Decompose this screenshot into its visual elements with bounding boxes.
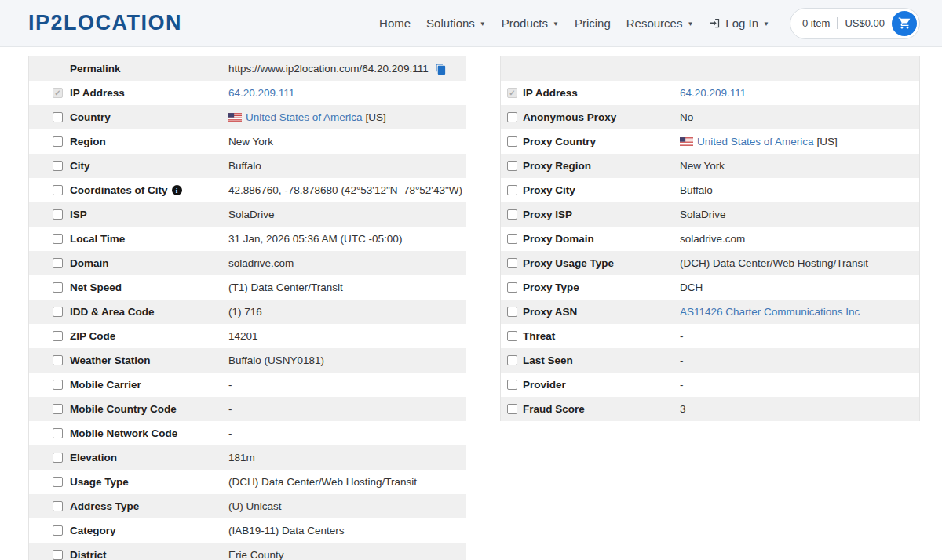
row-checkbox[interactable] [507,209,517,220]
row-value: Buffalo (USNY0181) [228,355,324,366]
row-label: Region [70,136,106,147]
table-row-anonymous-proxy: Anonymous ProxyNo [501,105,919,129]
row-checkbox[interactable] [507,331,517,341]
country-link[interactable]: United States of America [697,136,814,147]
row-checkbox[interactable] [507,112,517,122]
row-checkbox-cell [29,307,70,317]
row-checkbox[interactable] [507,355,517,365]
row-value: New York [228,136,273,147]
row-checkbox[interactable] [53,136,63,147]
row-value-cell: (1) 716 [228,306,466,318]
row-value-cell: (T1) Data Center/Transit [228,282,466,293]
row-label-cell: Proxy Region [523,160,680,172]
nav-item-home[interactable]: Home [371,10,418,36]
row-label: Usage Type [70,476,129,488]
row-checkbox[interactable] [507,136,517,147]
row-checkbox[interactable] [53,258,63,268]
row-checkbox[interactable] [507,404,517,414]
ip2location-logo[interactable]: IP2LOCATION [28,11,182,35]
table-row-proxy-isp: Proxy ISPSolaDrive [501,202,919,227]
row-value-cell: - [228,427,466,439]
row-value-cell: Erie County [228,549,466,560]
nav-item-pricing[interactable]: Pricing [567,10,619,36]
row-label: Weather Station [70,355,151,366]
row-checkbox[interactable] [507,307,517,317]
row-checkbox-cell [29,355,70,365]
row-label: Proxy Usage Type [523,257,614,269]
row-value: Erie County [228,549,284,560]
chevron-down-icon: ▼ [480,20,486,27]
row-checkbox[interactable] [53,355,63,365]
row-checkbox[interactable] [53,234,63,244]
row-checkbox[interactable] [53,453,63,463]
nav-item-solutions[interactable]: Solutions▼ [418,10,494,36]
row-label: Fraud Score [523,403,585,415]
row-checkbox-cell [501,380,523,390]
cart-icon[interactable] [892,11,917,36]
row-checkbox[interactable] [53,331,63,341]
row-label-cell: Anonymous Proxy [523,111,680,123]
row-value-cell: No [680,111,919,123]
row-checkbox[interactable] [53,404,63,414]
row-checkbox[interactable] [507,185,517,195]
row-checkbox[interactable] [53,282,63,293]
row-checkbox[interactable] [507,161,517,171]
row-label: Proxy City [523,184,575,196]
row-label-cell: Address Type [70,500,228,512]
info-icon[interactable]: i [172,185,182,195]
row-label: City [70,160,90,172]
row-label-cell: Provider [523,379,680,391]
row-checkbox[interactable] [53,185,63,195]
row-value: 3 [680,403,686,415]
cart-amount: US$0.00 [845,17,885,29]
country-link[interactable]: United States of America [246,111,363,123]
table-row-country: CountryUnited States of America[US] [29,105,466,129]
row-checkbox-cell [29,331,70,341]
row-checkbox[interactable] [507,258,517,268]
row-label-cell: Category [70,525,228,536]
row-checkbox[interactable] [507,380,517,390]
nav-item-products[interactable]: Products▼ [494,10,567,36]
row-checkbox-cell [29,185,70,195]
row-value-cell: 3 [680,403,919,415]
row-value: 42.886760, -78.878680 (42°53'12"N 78°52'… [228,184,462,196]
row-checkbox[interactable] [53,161,63,171]
row-checkbox-cell [29,209,70,220]
row-value-cell: United States of America[US] [680,136,919,147]
row-checkbox[interactable] [53,307,63,317]
table-row-proxy-type: Proxy TypeDCH [501,275,919,300]
row-value: - [228,403,232,415]
chevron-down-icon: ▼ [687,20,693,27]
table-row-city: CityBuffalo [29,154,466,178]
row-checkbox[interactable] [53,550,63,560]
row-value: (DCH) Data Center/Web Hosting/Transit [228,476,417,488]
row-value: - [680,355,684,366]
row-value-cell: (IAB19-11) Data Centers [228,525,466,536]
row-value-cell: - [680,330,919,342]
cart-button[interactable]: 0 item US$0.00 [790,8,920,39]
row-checkbox[interactable] [53,380,63,390]
row-checkbox[interactable] [53,209,63,220]
row-checkbox-cell [501,136,523,147]
row-value-link[interactable]: 64.20.209.111 [680,87,746,99]
table-row-proxy-region: Proxy RegionNew York [501,154,919,178]
table-row-last-seen: Last Seen- [501,348,919,373]
row-value-cell: - [680,355,919,366]
row-label: Proxy Region [523,160,591,172]
row-checkbox[interactable] [53,525,63,536]
nav-item-resources[interactable]: Resources▼ [619,10,702,36]
row-checkbox[interactable] [53,501,63,511]
copy-icon[interactable] [435,63,447,75]
row-checkbox[interactable] [507,282,517,293]
row-label-cell: Local Time [70,233,228,245]
table-row-permalink: Permalinkhttps://www.ip2location.com/64.… [29,56,466,81]
row-value-link[interactable]: 64.20.209.111 [228,87,294,99]
row-checkbox[interactable] [53,477,63,487]
nav-item-log-in[interactable]: Log In▼ [701,10,777,36]
row-checkbox[interactable] [507,234,517,244]
table-row-threat: Threat- [501,324,919,348]
row-label-cell: IP Address [523,87,680,99]
row-checkbox[interactable] [53,112,63,122]
row-checkbox[interactable] [53,428,63,438]
row-value-link[interactable]: AS11426 Charter Communications Inc [680,306,860,318]
